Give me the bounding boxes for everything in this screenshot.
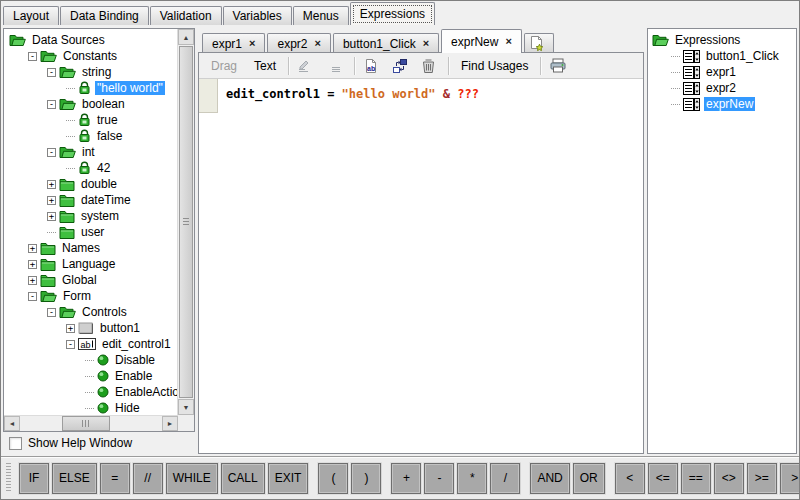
collapse-icon[interactable]: -: [47, 100, 56, 109]
expression-tab-expr1[interactable]: expr1×: [202, 33, 265, 53]
operator-button-exit[interactable]: EXIT: [268, 463, 309, 494]
tab-data-binding[interactable]: Data Binding: [60, 6, 149, 25]
tab-variables[interactable]: Variables: [223, 6, 292, 25]
new-expression-button[interactable]: [524, 33, 554, 53]
data-source-item-names[interactable]: +Names: [5, 240, 177, 256]
scroll-left-icon[interactable]: ◄: [4, 416, 20, 431]
operator-button-multiply[interactable]: *: [457, 463, 487, 494]
expression-tab-button1-click[interactable]: button1_Click×: [333, 33, 439, 53]
expression-tab-expr2[interactable]: expr2×: [267, 33, 330, 53]
code-line[interactable]: edit_control1 = "hello world" & ???: [226, 87, 479, 101]
data-source-item-hide[interactable]: Hide: [5, 400, 177, 414]
data-source-item-double[interactable]: +double: [5, 176, 177, 192]
operator-button-equals[interactable]: ==: [681, 463, 711, 494]
collapse-icon[interactable]: -: [47, 68, 56, 77]
collapse-icon[interactable]: -: [28, 52, 37, 61]
operator-button-less[interactable]: <: [615, 463, 645, 494]
uncomment-button[interactable]: [325, 57, 347, 75]
rename-button[interactable]: ab: [362, 57, 384, 75]
operator-button-or[interactable]: OR: [573, 463, 605, 494]
operator-button-not-equal[interactable]: <>: [714, 463, 744, 494]
operator-button-while[interactable]: WHILE: [166, 463, 218, 494]
expression-item-button1-click[interactable]: button1_Click: [648, 48, 796, 64]
print-button[interactable]: [548, 57, 572, 74]
operator-button-divide[interactable]: /: [490, 463, 520, 494]
expand-icon[interactable]: +: [47, 212, 56, 221]
data-source-item-boolean[interactable]: -boolean: [5, 96, 177, 112]
data-source-item-42[interactable]: 42: [5, 160, 177, 176]
data-source-item-form[interactable]: -Form: [5, 288, 177, 304]
comment-button[interactable]: [296, 57, 318, 75]
data-source-item-enable[interactable]: Enable: [5, 368, 177, 384]
data-source-item-constants[interactable]: -Constants: [5, 48, 177, 64]
tab-expressions[interactable]: Expressions: [350, 2, 435, 25]
collapse-icon[interactable]: -: [47, 308, 56, 317]
vertical-scrollbar[interactable]: ▲ ▼: [177, 29, 194, 415]
tab-layout[interactable]: Layout: [3, 6, 59, 25]
operator-button-greater[interactable]: >: [780, 463, 800, 494]
expression-item-expressions[interactable]: Expressions: [648, 32, 796, 48]
data-source-item-system[interactable]: +system: [5, 208, 177, 224]
expand-icon[interactable]: +: [28, 276, 37, 285]
scroll-down-icon[interactable]: ▼: [178, 399, 194, 415]
expression-item-exprnew[interactable]: exprNew: [648, 96, 796, 112]
operator-button-open-paren[interactable]: (: [318, 463, 348, 494]
expression-tab-exprnew[interactable]: exprNew×: [441, 29, 522, 53]
collapse-icon[interactable]: -: [47, 148, 56, 157]
text-button[interactable]: Text: [249, 57, 281, 75]
close-icon[interactable]: ×: [249, 39, 255, 48]
operator-button-if[interactable]: IF: [19, 463, 49, 494]
scroll-up-icon[interactable]: ▲: [178, 29, 194, 45]
collapse-icon[interactable]: -: [28, 292, 37, 301]
data-source-item-data-sources[interactable]: Data Sources: [5, 32, 177, 48]
find-usages-button[interactable]: Find Usages: [456, 57, 533, 75]
data-source-item-int[interactable]: -int: [5, 144, 177, 160]
horizontal-scrollbar-thumb[interactable]: [62, 416, 110, 431]
drag-button[interactable]: Drag: [206, 57, 242, 75]
tab-validation[interactable]: Validation: [150, 6, 222, 25]
horizontal-scrollbar[interactable]: ◄ ►: [4, 415, 178, 431]
close-icon[interactable]: ×: [423, 39, 429, 48]
operator-button-assign[interactable]: =: [100, 463, 130, 494]
show-help-checkbox[interactable]: [9, 437, 22, 450]
operator-button-close-paren[interactable]: ): [351, 463, 381, 494]
operator-button-call[interactable]: CALL: [221, 463, 265, 494]
operator-button-plus[interactable]: +: [391, 463, 421, 494]
tab-menus[interactable]: Menus: [293, 6, 349, 25]
operator-button-else[interactable]: ELSE: [52, 463, 97, 494]
expand-icon[interactable]: +: [28, 260, 37, 269]
operator-button-less-equal[interactable]: <=: [648, 463, 678, 494]
delete-button[interactable]: [420, 57, 441, 75]
close-icon[interactable]: ×: [505, 37, 511, 46]
data-source-item-disable[interactable]: Disable: [5, 352, 177, 368]
operator-button-minus[interactable]: -: [424, 463, 454, 494]
data-source-item-button1[interactable]: +button1: [5, 320, 177, 336]
replace-button[interactable]: [391, 57, 413, 75]
close-icon[interactable]: ×: [315, 39, 321, 48]
data-source-item-language[interactable]: +Language: [5, 256, 177, 272]
data-source-item-false[interactable]: false: [5, 128, 177, 144]
data-source-item-enableactiont[interactable]: EnableActionT: [5, 384, 177, 400]
toolbar-grip-icon[interactable]: [6, 463, 11, 493]
expression-item-expr2[interactable]: expr2: [648, 80, 796, 96]
data-source-item-string[interactable]: -string: [5, 64, 177, 80]
expand-icon[interactable]: +: [47, 180, 56, 189]
collapse-icon[interactable]: -: [66, 340, 75, 349]
data-source-item-controls[interactable]: -Controls: [5, 304, 177, 320]
code-editor[interactable]: edit_control1 = "hello world" & ???: [199, 79, 643, 453]
data-source-item-edit-control1[interactable]: -abedit_control1: [5, 336, 177, 352]
scroll-right-icon[interactable]: ►: [162, 416, 178, 431]
expand-icon[interactable]: +: [66, 324, 75, 333]
operator-button-greater-equal[interactable]: >=: [747, 463, 777, 494]
data-source-item-user[interactable]: user: [5, 224, 177, 240]
data-source-item-true[interactable]: true: [5, 112, 177, 128]
data-source-item-datetime[interactable]: +dateTime: [5, 192, 177, 208]
vertical-scrollbar-thumb[interactable]: [179, 46, 193, 398]
expand-icon[interactable]: +: [28, 244, 37, 253]
expand-icon[interactable]: +: [47, 196, 56, 205]
operator-button-and[interactable]: AND: [530, 463, 569, 494]
operator-button-comment[interactable]: //: [133, 463, 163, 494]
data-source-item-hello-world[interactable]: "hello world": [5, 80, 177, 96]
data-source-item-global[interactable]: +Global: [5, 272, 177, 288]
expression-item-expr1[interactable]: expr1: [648, 64, 796, 80]
